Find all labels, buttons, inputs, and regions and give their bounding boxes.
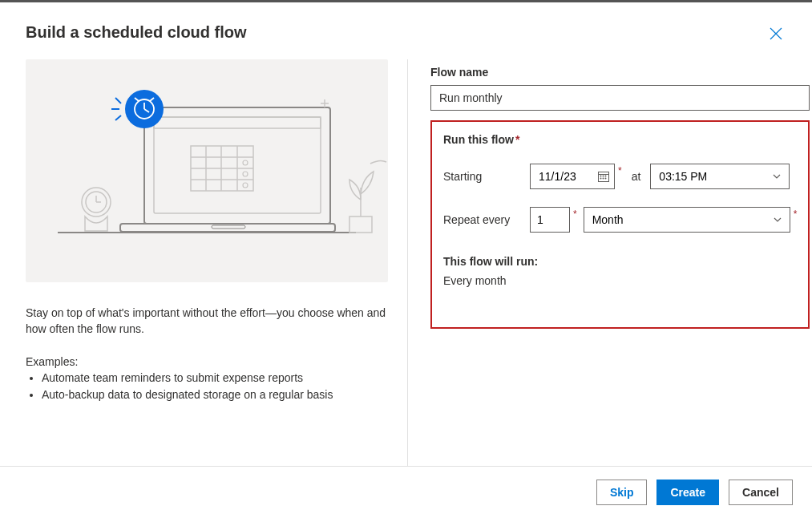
starting-label: Starting xyxy=(443,170,523,183)
flow-name-label: Flow name xyxy=(430,66,810,79)
skip-button[interactable]: Skip xyxy=(596,480,648,505)
example-item: Auto-backup data to designated storage o… xyxy=(42,386,388,404)
required-asterisk: * xyxy=(573,208,577,220)
dialog-footer: Skip Create Cancel xyxy=(0,466,812,518)
run-this-flow-section: Run this flow* Starting * at 03:15 PM xyxy=(430,120,810,329)
run-this-flow-label: Run this flow* xyxy=(443,133,797,146)
dialog-header: Build a scheduled cloud flow xyxy=(0,2,812,59)
repeat-row: Repeat every * Month * xyxy=(443,207,797,233)
close-icon xyxy=(769,26,783,41)
required-asterisk: * xyxy=(794,208,798,220)
repeat-unit-select[interactable]: Month xyxy=(584,207,790,233)
required-asterisk: * xyxy=(515,133,519,146)
dialog-title: Build a scheduled cloud flow xyxy=(26,23,247,42)
starting-time-select[interactable]: 03:15 PM xyxy=(650,164,790,189)
examples-heading: Examples: xyxy=(26,355,388,368)
svg-line-24 xyxy=(115,115,121,120)
svg-point-14 xyxy=(243,172,248,176)
svg-line-22 xyxy=(115,98,121,103)
dialog-body: Stay on top of what's important without … xyxy=(0,59,812,466)
create-button[interactable]: Create xyxy=(656,480,719,505)
close-button[interactable] xyxy=(766,23,786,47)
cancel-button[interactable]: Cancel xyxy=(729,480,793,505)
required-asterisk: * xyxy=(618,165,622,176)
svg-point-15 xyxy=(243,183,248,188)
at-label: at xyxy=(632,170,641,183)
left-column: Stay on top of what's important without … xyxy=(26,59,388,466)
examples-list: Automate team reminders to submit expens… xyxy=(26,370,388,404)
svg-rect-5 xyxy=(154,117,321,128)
illustration-graphic xyxy=(26,59,388,282)
example-item: Automate team reminders to submit expens… xyxy=(42,370,388,387)
svg-point-13 xyxy=(243,160,248,165)
starting-date-input[interactable] xyxy=(530,164,615,189)
dialog: Build a scheduled cloud flow xyxy=(0,0,812,518)
unit-select-wrap: Month xyxy=(584,207,790,233)
flow-summary-heading: This flow will run: xyxy=(443,255,797,268)
flow-name-input[interactable] xyxy=(430,85,810,111)
description-text: Stay on top of what's important without … xyxy=(26,305,388,338)
repeat-every-label: Repeat every xyxy=(443,213,523,226)
flow-summary-text: Every month xyxy=(443,274,797,287)
svg-rect-2 xyxy=(212,225,245,229)
repeat-count-input[interactable] xyxy=(530,207,570,233)
time-select-wrap: 03:15 PM xyxy=(650,164,790,189)
illustration xyxy=(26,59,388,282)
starting-row: Starting * at 03:15 PM xyxy=(443,164,797,189)
date-field-wrap xyxy=(530,164,615,189)
right-column: Flow name Run this flow* Starting * at 0… xyxy=(407,59,810,466)
run-this-flow-label-text: Run this flow xyxy=(443,133,514,146)
